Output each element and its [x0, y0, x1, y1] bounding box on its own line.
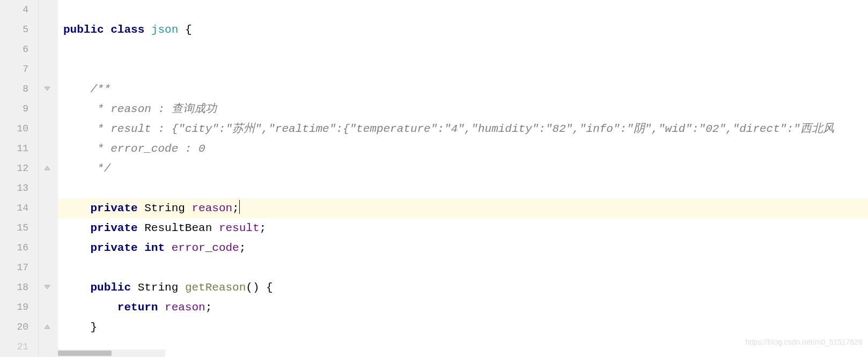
fold-expand-icon[interactable] — [43, 164, 51, 172]
line-number: 6 — [0, 40, 38, 59]
horizontal-scrollbar[interactable] — [58, 349, 165, 357]
watermark-text: https://blog.csdn.net/m0_51517626 — [745, 338, 863, 346]
code-content-area[interactable]: public class json { /** * reason : 查询成功 … — [58, 0, 868, 357]
line-number: 9 — [0, 99, 38, 119]
line-number: 5 — [0, 20, 38, 40]
javadoc-start: /** — [90, 83, 111, 95]
type-string: String — [131, 281, 185, 294]
code-line[interactable] — [58, 258, 868, 278]
line-number-gutter: 4 5 6 7 8 9 10 11 12 13 14 15 16 17 18 1… — [0, 0, 39, 357]
line-number: 10 — [0, 119, 38, 139]
code-line[interactable]: private ResultBean result; — [58, 218, 868, 238]
code-line[interactable]: public class json { — [58, 20, 868, 40]
scrollbar-thumb[interactable] — [58, 351, 112, 356]
fold-gutter — [39, 0, 58, 357]
semicolon: ; — [239, 242, 246, 254]
javadoc-line: * error_code : 0 — [90, 143, 205, 155]
keyword-public: public — [63, 24, 104, 36]
code-line-current[interactable]: private String reason; — [58, 198, 868, 218]
line-number: 16 — [0, 238, 38, 258]
semicolon: ; — [232, 202, 239, 214]
method-params: () { — [246, 281, 273, 294]
keyword-int: int — [144, 242, 165, 254]
brace: { — [178, 24, 192, 36]
semicolon: ; — [205, 301, 212, 314]
line-number: 18 — [0, 278, 38, 298]
line-number: 14 — [0, 198, 38, 218]
keyword-private: private — [90, 222, 137, 234]
fold-collapse-icon[interactable] — [43, 85, 51, 92]
line-number: 13 — [0, 178, 38, 198]
line-number: 12 — [0, 159, 38, 178]
fold-collapse-icon[interactable] — [43, 283, 51, 291]
code-line[interactable]: return reason; — [58, 298, 868, 317]
code-line[interactable]: public String getReason() { — [58, 278, 868, 298]
code-line[interactable] — [58, 0, 868, 20]
text-cursor — [239, 200, 240, 214]
type-string: String — [138, 202, 192, 214]
line-number: 11 — [0, 139, 38, 159]
semicolon: ; — [260, 222, 267, 234]
line-number: 21 — [0, 337, 38, 357]
field-ref-reason: reason — [165, 301, 205, 314]
code-editor: 4 5 6 7 8 9 10 11 12 13 14 15 16 17 18 1… — [0, 0, 868, 357]
code-line[interactable] — [58, 40, 868, 59]
javadoc-line: * reason : 查询成功 — [90, 103, 216, 115]
code-line[interactable] — [58, 178, 868, 198]
line-number: 4 — [0, 0, 38, 20]
code-line[interactable]: private int error_code; — [58, 238, 868, 258]
line-number: 15 — [0, 218, 38, 238]
code-line[interactable]: */ — [58, 159, 868, 178]
code-line[interactable]: * result : {"city":"苏州","realtime":{"tem… — [58, 119, 868, 139]
keyword-class: class — [111, 24, 144, 36]
keyword-return: return — [117, 301, 158, 314]
field-reason: reason — [192, 202, 232, 214]
field-errorcode: error_code — [172, 242, 239, 254]
line-number: 20 — [0, 317, 38, 337]
keyword-private: private — [90, 202, 137, 214]
keyword-private: private — [90, 242, 137, 254]
keyword-public: public — [90, 281, 131, 294]
line-number: 7 — [0, 59, 38, 79]
class-name: json — [151, 24, 178, 36]
code-line[interactable]: * error_code : 0 — [58, 139, 868, 159]
javadoc-end: */ — [90, 162, 111, 175]
line-number: 19 — [0, 298, 38, 317]
line-number: 8 — [0, 79, 38, 99]
javadoc-line: * result : {"city":"苏州","realtime":{"tem… — [90, 123, 834, 135]
fold-expand-icon[interactable] — [43, 323, 51, 330]
field-result: result — [219, 222, 260, 234]
code-line[interactable]: * reason : 查询成功 — [58, 99, 868, 119]
brace-close: } — [90, 321, 97, 333]
line-number: 17 — [0, 258, 38, 278]
method-getreason: getReason — [185, 281, 246, 294]
code-line[interactable]: /** — [58, 79, 868, 99]
code-line[interactable] — [58, 59, 868, 79]
code-line[interactable]: } — [58, 317, 868, 337]
type-resultbean: ResultBean — [138, 222, 219, 234]
